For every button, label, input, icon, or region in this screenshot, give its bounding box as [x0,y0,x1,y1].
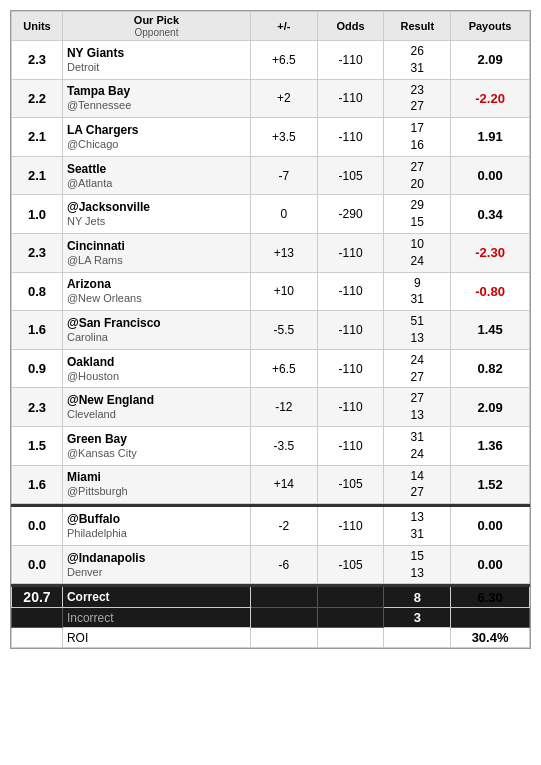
odds-cell: -110 [317,507,384,546]
summary-odds-empty2 [317,608,384,628]
payout-value: -2.30 [475,245,505,260]
units-cell: 0.0 [12,545,63,584]
odds-cell: -110 [317,272,384,311]
units-cell: 1.6 [12,311,63,350]
spread-cell: -12 [250,388,317,427]
header-units: Units [12,12,63,41]
result-cell: 2631 [384,41,451,80]
result-cell: 1427 [384,465,451,504]
pick-main: NY Giants [67,46,124,60]
payout-value: 1.45 [477,322,502,337]
pick-opponent: @Tennessee [67,99,131,111]
payout-value: -0.80 [475,284,505,299]
odds-cell: -105 [317,156,384,195]
pick-opponent: @Pittsburgh [67,485,128,497]
units-cell: 2.1 [12,156,63,195]
spread-cell: +2 [250,79,317,118]
roi-spread-empty [250,628,317,648]
pick-main: Cincinnati [67,239,125,253]
pick-opponent: @Kansas City [67,447,137,459]
result-cell: 1024 [384,233,451,272]
odds-cell: -105 [317,545,384,584]
spread-cell: +6.5 [250,41,317,80]
pick-main: Miami [67,470,101,484]
odds-cell: -110 [317,79,384,118]
summary-units: 20.7 [12,587,63,608]
odds-cell: -110 [317,349,384,388]
payout-cell: 2.09 [451,388,530,427]
pick-cell: @JacksonvilleNY Jets [62,195,250,234]
table-row: 2.3NY GiantsDetroit+6.5-11026312.09 [12,41,530,80]
summary-total-payout: 6.30 [477,590,502,605]
payout-value: 2.09 [477,400,502,415]
payout-cell: 0.00 [451,156,530,195]
spread-cell: 0 [250,195,317,234]
header-pick: Our Pick Opponent [62,12,250,41]
result-cell: 1331 [384,507,451,546]
header-payouts: Payouts [451,12,530,41]
odds-cell: -110 [317,118,384,157]
pick-main: @New England [67,393,154,407]
summary-correct-label: Correct [62,587,250,608]
units-cell: 2.1 [12,118,63,157]
payout-value: 0.00 [477,168,502,183]
odds-cell: -110 [317,41,384,80]
odds-cell: -110 [317,311,384,350]
result-cell: 2427 [384,349,451,388]
summary-odds-empty [317,587,384,608]
payout-cell: 0.82 [451,349,530,388]
table-row: 1.0@JacksonvilleNY Jets0-29029150.34 [12,195,530,234]
units-cell: 2.2 [12,79,63,118]
payout-cell: 1.45 [451,311,530,350]
payout-value: 1.91 [477,129,502,144]
payout-cell: 2.09 [451,41,530,80]
payout-cell: 1.36 [451,426,530,465]
pick-main: Green Bay [67,432,127,446]
spread-cell: +6.5 [250,349,317,388]
roi-units-empty [12,628,63,648]
summary-spread-empty [250,587,317,608]
pick-opponent: @New Orleans [67,292,142,304]
units-cell: 1.0 [12,195,63,234]
summary-roi-row: ROI 30.4% [12,628,530,648]
pick-cell: Cincinnati@LA Rams [62,233,250,272]
spread-cell: -6 [250,545,317,584]
pick-main: Oakland [67,355,114,369]
table-row: 0.0@IndanapolisDenver-6-10515130.00 [12,545,530,584]
payout-cell: 0.00 [451,545,530,584]
payout-value: 1.36 [477,438,502,453]
payout-value: 0.00 [477,518,502,533]
units-cell: 0.8 [12,272,63,311]
roi-value: 30.4% [451,628,530,648]
pick-cell: @IndanapolisDenver [62,545,250,584]
spread-cell: +10 [250,272,317,311]
summary-payout-correct: 6.30 [451,587,530,608]
pick-opponent: NY Jets [67,215,105,227]
summary-incorrect-count: 3 [384,608,451,628]
payout-cell: 1.52 [451,465,530,504]
pick-opponent: @LA Rams [67,254,123,266]
pick-cell: LA Chargers@Chicago [62,118,250,157]
odds-cell: -290 [317,195,384,234]
pick-main: LA Chargers [67,123,139,137]
spread-cell: -7 [250,156,317,195]
pick-opponent: Denver [67,566,102,578]
pick-cell: Arizona@New Orleans [62,272,250,311]
units-cell: 0.9 [12,349,63,388]
spread-cell: +14 [250,465,317,504]
units-cell: 2.3 [12,233,63,272]
header-result: Result [384,12,451,41]
spread-cell: +13 [250,233,317,272]
pick-cell: NY GiantsDetroit [62,41,250,80]
result-cell: 931 [384,272,451,311]
spread-cell: -2 [250,507,317,546]
odds-cell: -110 [317,233,384,272]
units-cell: 2.3 [12,41,63,80]
payout-value: 0.34 [477,207,502,222]
summary-correct-row: 20.7 Correct 8 6.30 [12,587,530,608]
pick-opponent: Carolina [67,331,108,343]
payout-value: 1.52 [477,477,502,492]
pick-opponent: @Chicago [67,138,119,150]
roi-label: ROI [62,628,250,648]
summary-spread-empty2 [250,608,317,628]
